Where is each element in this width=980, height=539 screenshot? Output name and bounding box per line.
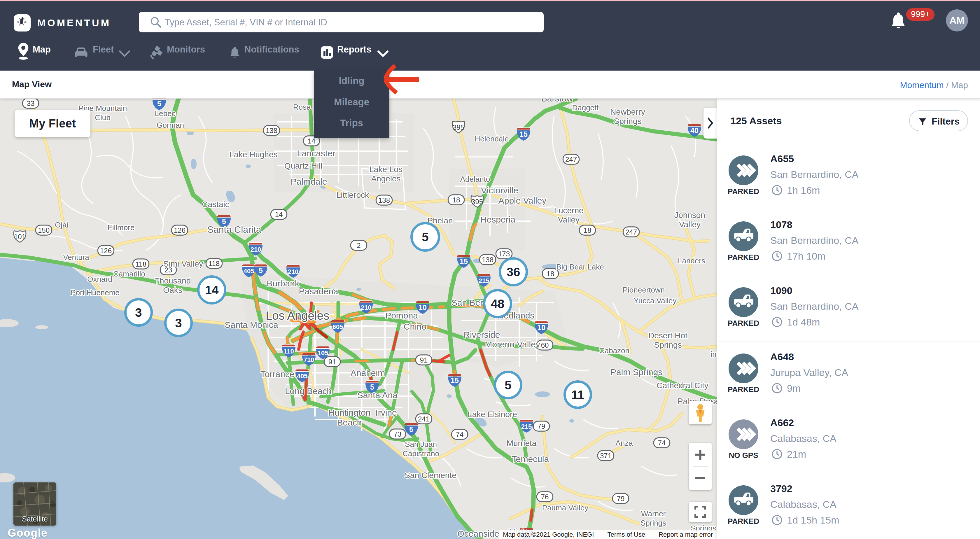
svg-text:91: 91 [420,356,428,364]
svg-text:Simi Valley: Simi Valley [163,259,203,268]
svg-text:Yucca Valley: Yucca Valley [634,296,677,305]
svg-text:Pasadena: Pasadena [299,286,338,296]
svg-text:Santa Clarita: Santa Clarita [207,224,261,235]
svg-text:14: 14 [205,283,219,297]
svg-text:371: 371 [600,452,612,460]
svg-text:Oaks: Oaks [163,286,182,294]
svg-text:Rosa: Rosa [293,103,311,111]
svg-text:Apple Valley: Apple Valley [498,196,547,205]
svg-text:3: 3 [175,316,182,330]
svg-text:Palmdale: Palmdale [291,177,327,186]
svg-text:Lancaster: Lancaster [297,148,336,158]
svg-text:Burbank: Burbank [267,278,299,288]
svg-text:15: 15 [519,130,528,138]
svg-text:105: 105 [318,350,328,357]
svg-text:3: 3 [135,306,142,320]
svg-text:76: 76 [541,493,549,501]
svg-text:5: 5 [157,99,161,108]
svg-text:138: 138 [378,196,390,204]
svg-text:18: 18 [452,196,460,204]
svg-text:Newberry: Newberry [610,107,645,116]
svg-text:79: 79 [617,494,625,502]
svg-text:Adelanto: Adelanto [460,175,490,183]
svg-text:Murrieta: Murrieta [507,439,537,448]
svg-text:138: 138 [482,256,493,264]
svg-text:15: 15 [460,257,468,266]
svg-text:241: 241 [418,415,430,423]
svg-text:395: 395 [471,198,483,206]
svg-text:247: 247 [565,156,577,163]
svg-text:126: 126 [100,247,112,254]
svg-text:173: 173 [498,250,510,258]
svg-text:Gorman: Gorman [157,121,184,129]
svg-text:210: 210 [251,246,261,253]
svg-text:Long Beach: Long Beach [285,386,332,396]
svg-text:Johnson: Johnson [675,211,705,219]
svg-text:110: 110 [283,348,294,355]
svg-text:10: 10 [537,323,546,332]
svg-text:5: 5 [504,378,511,392]
svg-text:Chino: Chino [404,322,426,331]
svg-text:Lucerne: Lucerne [554,206,583,215]
svg-text:210: 210 [361,304,372,311]
svg-text:36: 36 [507,265,520,279]
svg-text:48: 48 [491,297,504,311]
svg-text:73: 73 [394,430,402,438]
svg-text:Valley: Valley [558,215,579,224]
svg-text:Springs: Springs [641,518,666,527]
svg-text:5: 5 [259,266,263,275]
svg-text:Temecula: Temecula [512,454,549,464]
svg-text:Santa Monica: Santa Monica [224,320,278,329]
svg-text:247: 247 [625,228,637,236]
svg-text:405: 405 [297,372,308,380]
svg-text:Moreno Valley: Moreno Valley [485,340,540,349]
svg-text:215: 215 [521,423,532,430]
svg-text:74: 74 [658,439,666,447]
svg-text:5: 5 [409,425,413,433]
svg-text:Springs: Springs [614,117,642,126]
svg-text:710: 710 [304,356,314,363]
svg-text:405: 405 [243,267,255,275]
svg-text:Torrance: Torrance [261,369,294,379]
svg-text:Pauma Valley: Pauma Valley [542,503,589,512]
svg-text:118: 118 [208,259,220,267]
svg-text:2: 2 [357,242,361,250]
svg-text:Lebec: Lebec [155,109,176,118]
svg-text:Beach: Beach [337,418,362,427]
svg-text:Littlerock: Littlerock [336,191,369,199]
svg-text:Daggett: Daggett [572,103,599,112]
svg-text:int: int [711,350,717,358]
svg-text:Barstow: Barstow [541,99,573,103]
svg-text:Cabazon: Cabazon [599,346,629,355]
svg-text:Big Bear Lake: Big Bear Lake [556,262,604,271]
svg-text:126: 126 [174,226,186,234]
svg-text:Ventura: Ventura [63,253,89,262]
svg-text:18: 18 [584,226,592,234]
svg-text:33: 33 [27,99,35,107]
svg-text:Desert Hot: Desert Hot [648,331,687,340]
svg-text:Huntington: Huntington [328,408,371,417]
svg-text:Lake Los: Lake Los [369,165,402,174]
svg-text:Port Hueneme: Port Hueneme [71,288,119,297]
svg-text:40: 40 [690,126,698,134]
svg-text:Anza: Anza [616,439,633,447]
svg-text:138: 138 [266,127,277,134]
svg-text:Ojai: Ojai [55,221,68,229]
svg-text:Helendale: Helendale [474,134,509,143]
svg-text:Landers: Landers [678,256,705,265]
svg-text:18: 18 [547,270,554,278]
svg-text:Quartz Hill: Quartz Hill [285,161,323,170]
svg-text:Santa Ana: Santa Ana [357,390,398,400]
svg-text:Capistrano: Capistrano [402,449,439,458]
svg-text:Cathedral City: Cathedral City [657,381,708,390]
svg-text:Angeles: Angeles [371,174,401,183]
svg-text:Hesperia: Hesperia [480,215,515,224]
svg-text:14: 14 [308,137,316,145]
svg-text:79: 79 [538,422,546,430]
svg-text:San Juan: San Juan [405,440,437,448]
svg-text:San Clemente: San Clemente [404,471,456,480]
svg-text:Riverside: Riverside [463,330,500,340]
svg-text:74: 74 [456,431,464,438]
svg-text:118: 118 [135,260,146,268]
svg-text:91: 91 [328,358,336,366]
